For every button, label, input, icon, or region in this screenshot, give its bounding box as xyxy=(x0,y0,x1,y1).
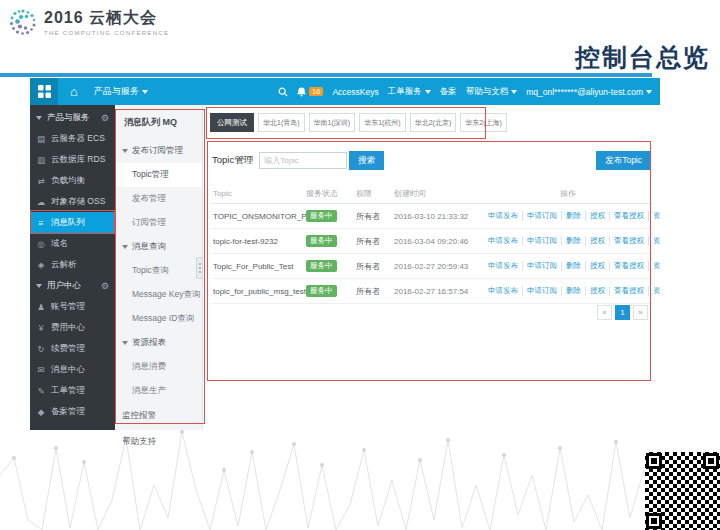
row-actions: 申请发布 申请订阅 删除 授权 查看授权 资源报表 xyxy=(484,286,660,296)
tab-north2-beijing[interactable]: 华北2(北京) xyxy=(410,113,457,132)
dotted-sphere-icon xyxy=(8,7,38,37)
action-resource-report[interactable]: 资源报表 xyxy=(649,236,660,246)
action-apply-publish[interactable]: 申请发布 xyxy=(484,236,523,246)
sidebar-item-billing[interactable]: ¥ 费用中心 xyxy=(30,317,115,338)
page-next-button[interactable]: » xyxy=(633,305,648,320)
sidebar-item-label: 对象存储 OSS xyxy=(51,196,105,208)
menu-item-publish-manage[interactable]: 发布管理 xyxy=(115,187,202,211)
action-apply-publish[interactable]: 申请发布 xyxy=(484,286,523,296)
menu-item-topic-query[interactable]: Topic查询 xyxy=(115,259,202,283)
action-authorize[interactable]: 授权 xyxy=(586,286,610,296)
tab-south1-shenzhen[interactable]: 华南1(深圳) xyxy=(309,113,356,132)
sidebar-item-dns[interactable]: ◈ 云解析 xyxy=(30,254,115,275)
action-apply-subscribe[interactable]: 申请订阅 xyxy=(523,286,562,296)
action-authorize[interactable]: 授权 xyxy=(586,211,610,221)
sidebar-item-beian[interactable]: ◆ 备案管理 xyxy=(30,401,115,422)
accesskeys-link[interactable]: AccessKeys xyxy=(332,87,378,97)
action-authorize[interactable]: 授权 xyxy=(586,236,610,246)
sidebar-item-tickets[interactable]: ✎ 工单管理 xyxy=(30,380,115,401)
console-screenshot: ⌂ 产品与服务 16 AccessKeys xyxy=(30,78,660,430)
action-resource-report[interactable]: 资源报表 xyxy=(649,211,660,221)
action-authorize[interactable]: 授权 xyxy=(586,261,610,271)
globe-icon: ◎ xyxy=(36,239,46,249)
gear-icon[interactable]: ⚙ xyxy=(101,281,109,291)
row-actions: 申请发布 申请订阅 删除 授权 查看授权 资源报表 xyxy=(484,261,660,271)
perm-cell: 所有者 xyxy=(356,211,394,222)
qr-finder-pattern xyxy=(646,453,662,469)
message-queue-icon: ≡ xyxy=(36,218,46,228)
action-apply-subscribe[interactable]: 申请订阅 xyxy=(523,236,562,246)
ticket-service-menu[interactable]: 工单服务 xyxy=(388,86,431,98)
action-apply-publish[interactable]: 申请发布 xyxy=(484,211,523,221)
sidebar-header-user-center[interactable]: 用户中心 ⚙ xyxy=(30,275,115,296)
logo-text: 2016 云栖大会 THE COMPUTING CONFERENCE xyxy=(44,8,169,36)
search-icon[interactable] xyxy=(278,87,288,97)
menu-item-msg-consume[interactable]: 消息消费 xyxy=(115,355,202,379)
action-view-auth[interactable]: 查看授权 xyxy=(610,286,649,296)
publish-topic-button[interactable]: 发布Topic xyxy=(596,151,651,170)
status-cell: 服务中 xyxy=(306,235,356,247)
sidebar-item-rds[interactable]: ▥ 云数据库 RDS xyxy=(30,149,115,170)
menu-item-help-support[interactable]: 帮助支持 xyxy=(115,429,202,455)
menu-item-subscribe-manage[interactable]: 订阅管理 xyxy=(115,211,202,235)
action-delete[interactable]: 删除 xyxy=(562,286,586,296)
topic-name: topic-for-test-9232 xyxy=(211,237,306,246)
products-services-menu[interactable]: 产品与服务 xyxy=(94,85,148,98)
page-1-button[interactable]: 1 xyxy=(615,305,630,320)
action-delete[interactable]: 删除 xyxy=(562,211,586,221)
menu-section-label: 发布订阅管理 xyxy=(132,145,183,157)
tab-east2-shanghai[interactable]: 华东2(上海) xyxy=(460,113,507,132)
action-apply-subscribe[interactable]: 申请订阅 xyxy=(523,211,562,221)
search-button[interactable]: 搜索 xyxy=(349,151,384,170)
tab-north1-qingdao[interactable]: 华北1(青岛) xyxy=(258,113,305,132)
action-apply-subscribe[interactable]: 申请订阅 xyxy=(523,261,562,271)
caret-down-icon xyxy=(425,90,431,94)
menu-item-topic-manage[interactable]: Topic管理 xyxy=(115,163,202,187)
action-resource-report[interactable]: 资源报表 xyxy=(649,261,660,271)
menu-section-label: 资源报表 xyxy=(132,337,166,349)
status-badge: 服务中 xyxy=(306,285,337,297)
account-menu[interactable]: mq_onl*******@aliyun-test.com xyxy=(526,87,652,97)
menu-item-msg-produce[interactable]: 消息生产 xyxy=(115,379,202,403)
topic-search-input[interactable] xyxy=(259,152,347,169)
action-view-auth[interactable]: 查看授权 xyxy=(610,261,649,271)
menu-item-monitor-alarm[interactable]: 监控报警 xyxy=(115,403,202,429)
sidebar-item-domain[interactable]: ◎ 域名 xyxy=(30,233,115,254)
notifications[interactable]: 16 xyxy=(297,87,323,97)
home-icon[interactable]: ⌂ xyxy=(70,85,78,98)
created-cell: 2016-03-04 09:20:46 xyxy=(394,237,484,246)
sidebar-item-message-center[interactable]: ✉ 消息中心 xyxy=(30,359,115,380)
storage-cloud-icon: ☁ xyxy=(36,197,46,207)
sidebar-item-ecs[interactable]: ▤ 云服务器 ECS xyxy=(30,128,115,149)
menu-section-pubsub[interactable]: 发布订阅管理 xyxy=(115,139,202,163)
sidebar-item-slb[interactable]: ⇄ 负载均衡 xyxy=(30,170,115,191)
sidebar-item-mq[interactable]: ≡ 消息队列 xyxy=(30,212,115,233)
beian-link[interactable]: 备案 xyxy=(440,86,457,98)
tab-public-test[interactable]: 公网测试 xyxy=(210,113,254,132)
caret-down-icon xyxy=(511,90,517,94)
menu-section-reports[interactable]: 资源报表 xyxy=(115,331,202,355)
action-resource-report[interactable]: 资源报表 xyxy=(649,286,660,296)
menu-item-message-key-query[interactable]: Message Key查询 xyxy=(115,283,202,307)
menu-item-message-id-query[interactable]: Message ID查询 xyxy=(115,307,202,331)
action-view-auth[interactable]: 查看授权 xyxy=(610,211,649,221)
page-prev-button[interactable]: « xyxy=(597,305,612,320)
table-header-row: Topic 服务状态 权限 创建时间 操作 xyxy=(211,184,652,204)
menu-section-query[interactable]: 消息查询 xyxy=(115,235,202,259)
sidebar-item-renewal[interactable]: ↻ 续费管理 xyxy=(30,338,115,359)
status-cell: 服务中 xyxy=(306,210,356,222)
action-delete[interactable]: 删除 xyxy=(562,236,586,246)
menu-collapse-handle[interactable] xyxy=(196,257,203,279)
action-view-auth[interactable]: 查看授权 xyxy=(610,236,649,246)
sidebar-item-account[interactable]: ♟ 账号管理 xyxy=(30,296,115,317)
action-apply-publish[interactable]: 申请发布 xyxy=(484,261,523,271)
aliyun-logo-tile[interactable] xyxy=(30,78,58,105)
sidebar-item-oss[interactable]: ☁ 对象存储 OSS xyxy=(30,191,115,212)
sidebar-header-products[interactable]: 产品与服务 ⚙ xyxy=(30,107,115,128)
help-docs-menu[interactable]: 帮助与文档 xyxy=(466,86,518,98)
action-delete[interactable]: 删除 xyxy=(562,261,586,271)
gear-icon[interactable]: ⚙ xyxy=(101,113,109,123)
notification-badge: 16 xyxy=(309,87,323,97)
tab-east1-hangzhou[interactable]: 华东1(杭州) xyxy=(359,113,406,132)
topic-name: topic_for_public_msg_test xyxy=(211,287,306,296)
